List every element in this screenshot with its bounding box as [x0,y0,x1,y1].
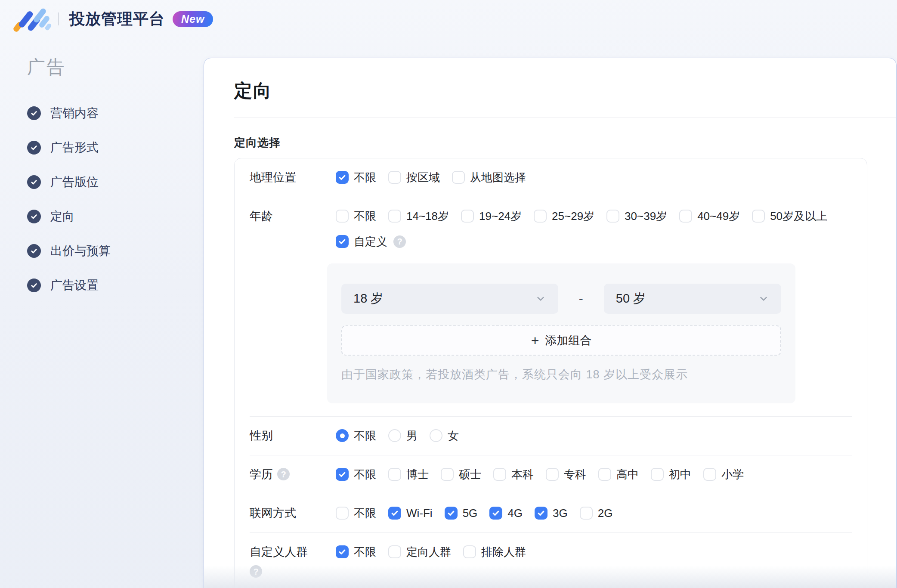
checkbox-unchecked[interactable] [388,545,401,558]
option-label: 本科 [511,468,534,481]
option-label: 14~18岁 [406,210,449,223]
option-label: 从地图选择 [470,171,526,184]
checkbox-checked[interactable] [445,507,458,520]
checkbox-checked[interactable] [336,545,349,558]
option-label: 专科 [564,468,586,481]
sidebar-item-6[interactable]: 广告设置 [27,279,204,292]
network-option-0[interactable]: 不限 [336,507,376,520]
checkbox-unchecked[interactable] [546,468,559,481]
age-range-panel: 18 岁-50 岁+添加组合由于国家政策，若投放酒类广告，系统只会向 18 岁以… [327,263,795,403]
help-icon[interactable]: ? [393,235,406,248]
checkbox-unchecked[interactable] [580,507,593,520]
checkbox-unchecked[interactable] [679,210,692,223]
checkbox-unchecked[interactable] [598,468,611,481]
row-label-location: 地理位置 [250,171,336,184]
checkbox-unchecked[interactable] [606,210,619,223]
section-label: 定向选择 [234,136,896,149]
location-option-1[interactable]: 按区域 [388,171,440,184]
checkbox-unchecked[interactable] [534,210,547,223]
network-option-3[interactable]: 4G [489,507,523,520]
checkbox-checked[interactable] [336,235,349,248]
checkbox-unchecked[interactable] [336,507,349,520]
checkbox-unchecked[interactable] [388,210,401,223]
checkbox-unchecked[interactable] [452,171,465,184]
checkbox-checked[interactable] [535,507,547,520]
gender-option-2[interactable]: 女 [430,429,459,442]
sidebar-item-2[interactable]: 广告形式 [27,141,204,155]
sidebar-item-1[interactable]: 营销内容 [27,106,204,120]
sidebar-item-4[interactable]: 定向 [27,210,204,223]
option-label: 定向人群 [406,545,451,558]
gender-option-0[interactable]: 不限 [336,429,376,442]
checkbox-unchecked[interactable] [388,468,401,481]
age-option-custom-0[interactable]: 自定义? [336,235,406,248]
location-option-0[interactable]: 不限 [336,171,376,184]
radio-checked[interactable] [336,429,349,442]
checkbox-unchecked[interactable] [703,468,716,481]
add-combination-button[interactable]: +添加组合 [341,325,781,356]
checkbox-unchecked[interactable] [463,545,476,558]
age-option-3[interactable]: 25~29岁 [534,210,594,223]
age-min-select[interactable]: 18 岁 [341,284,558,314]
row-controls-education: 不限博士硕士本科专科高中初中小学 [336,468,852,481]
education-option-1[interactable]: 博士 [388,468,429,481]
check-icon [447,509,455,517]
audience-option-1[interactable]: 定向人群 [388,545,451,558]
age-option-6[interactable]: 50岁及以上 [752,210,827,223]
age-option-2[interactable]: 19~24岁 [461,210,522,223]
help-icon[interactable]: ? [250,565,262,578]
row-label-text: 地理位置 [250,171,296,184]
education-option-7[interactable]: 小学 [703,468,744,481]
checkbox-unchecked[interactable] [493,468,506,481]
option-group: 不限博士硕士本科专科高中初中小学 [336,468,852,481]
checkbox-unchecked[interactable] [441,468,454,481]
option-label: 25~29岁 [552,210,594,223]
age-max-select[interactable]: 50 岁 [604,284,781,314]
option-label: 3G [553,507,568,520]
location-option-2[interactable]: 从地图选择 [452,171,526,184]
age-option-1[interactable]: 14~18岁 [388,210,449,223]
checkbox-unchecked[interactable] [388,171,401,184]
age-option-0[interactable]: 不限 [336,210,376,223]
checkbox-unchecked[interactable] [752,210,765,223]
checkbox-checked[interactable] [336,171,349,184]
option-label: 博士 [406,468,429,481]
checkbox-unchecked[interactable] [651,468,664,481]
row-label-audience: 自定义人群? [250,545,336,578]
education-option-6[interactable]: 初中 [651,468,691,481]
check-icon [30,282,38,289]
app-title: 投放管理平台 [69,9,165,30]
checkbox-checked[interactable] [489,507,502,520]
page-title: 定向 [234,79,896,103]
network-option-1[interactable]: Wi-Fi [388,507,433,520]
checkbox-unchecked[interactable] [461,210,474,223]
checkbox-unchecked[interactable] [336,210,349,223]
education-option-0[interactable]: 不限 [336,468,376,481]
audience-option-0[interactable]: 不限 [336,545,376,558]
option-label: 40~49岁 [697,210,740,223]
education-option-4[interactable]: 专科 [546,468,586,481]
radio-unchecked[interactable] [388,429,401,442]
audience-option-2[interactable]: 排除人群 [463,545,526,558]
age-option-4[interactable]: 30~39岁 [606,210,667,223]
option-label: 19~24岁 [479,210,522,223]
network-option-4[interactable]: 3G [535,507,568,520]
network-option-5[interactable]: 2G [580,507,613,520]
sidebar-item-label: 广告形式 [50,139,99,156]
check-icon [30,144,38,152]
sidebar-item-label: 定向 [50,208,74,225]
sidebar-item-3[interactable]: 广告版位 [27,175,204,189]
network-option-2[interactable]: 5G [445,507,478,520]
education-option-5[interactable]: 高中 [598,468,639,481]
education-option-3[interactable]: 本科 [493,468,534,481]
sidebar-item-5[interactable]: 出价与预算 [27,244,204,258]
help-icon[interactable]: ? [277,468,290,480]
radio-unchecked[interactable] [430,429,442,442]
checkbox-checked[interactable] [336,468,349,481]
checkbox-checked[interactable] [388,507,401,520]
education-option-2[interactable]: 硕士 [441,468,481,481]
sidebar-item-label: 营销内容 [50,105,99,121]
gender-option-1[interactable]: 男 [388,429,418,442]
sidebar-steps: 营销内容广告形式广告版位定向出价与预算广告设置 [27,106,204,292]
age-option-5[interactable]: 40~49岁 [679,210,740,223]
